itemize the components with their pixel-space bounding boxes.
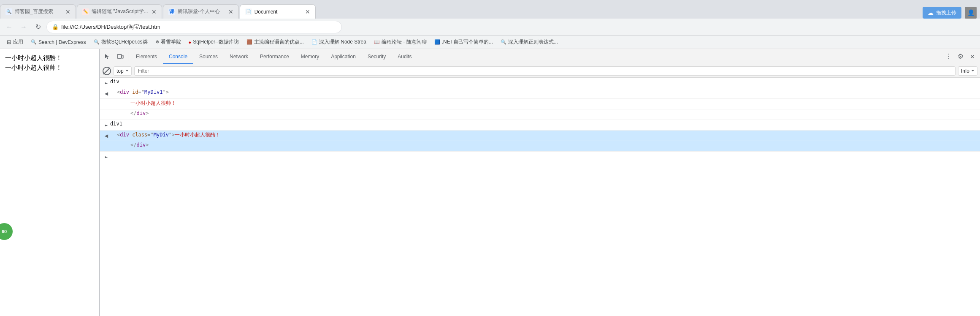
devtools-filter-bar: top Info [100,64,980,78]
console-entry-div[interactable]: ► div [100,78,980,88]
bookmark-node[interactable]: 📄 深入理解 Node Strea [308,37,370,47]
entry-text1-value: 一小时小超人很帅！ [130,100,176,107]
devtools-more-icon[interactable]: ⋮ [943,51,955,63]
upload-label: 拖拽上传 [936,9,956,16]
bookmark-sqlhelper-cs-icon: 🔍 [94,39,100,45]
green-circle-badge: 60 [0,223,13,240]
entry-div1-arrow[interactable]: ► [103,121,109,129]
bookmark-sqlhelper[interactable]: ● SqlHelper--数据库访 [185,37,242,47]
devtools-settings-icon[interactable]: ⚙ [955,51,966,63]
lock-icon: 🔒 [52,24,59,30]
bookmark-mainstream[interactable]: 🟫 主流编程语言的优点... [243,37,307,47]
bookmark-devexpress-icon: 🔍 [31,39,37,45]
reload-button[interactable]: ↻ [32,21,44,33]
entry-div-arrow[interactable]: ► [103,79,109,87]
entry-div-content: div [110,79,980,84]
tab-1[interactable]: 🔍 博客园_百度搜索 ✕ [0,4,76,19]
svg-rect-1 [122,55,123,58]
console-entry-mydiv1[interactable]: ◀ <div id="MyDiv1" > [100,88,980,99]
back-button[interactable]: ← [3,21,15,33]
context-label: top [116,68,124,74]
browser-window: 🔍 博客园_百度搜索 ✕ ✏️ 编辑随笔 "JavaScript学... ✕ 课… [0,0,980,316]
entry-text1-content: 一小时小超人很帅！ [130,100,980,107]
bookmark-forum-label: 编程论坛 - 随意闲聊 [382,38,427,46]
console-filter-input[interactable] [134,66,956,76]
console-entry-close2: ► </div> [100,141,980,152]
entry-mydiv1-content: <div id="MyDiv1" > [117,89,980,95]
tab-console[interactable]: Console [163,50,193,64]
bookmark-node-label: 深入理解 Node Strea [319,38,366,46]
main-area: 一小时小超人很酷！ 一小时小超人很帅！ 60 [0,49,980,316]
entry-chevron-arrow[interactable]: ► [103,153,109,161]
bookmark-mainstream-label: 主流编程语言的优点... [254,38,304,46]
console-entry-mydiv-selected[interactable]: ◀ <div class="MyDiv" >一小时小超人很酷！ [100,131,980,141]
log-level-label: Info [961,68,969,74]
bookmark-sqlhelper-icon: ● [189,40,192,45]
bookmark-kanxue[interactable]: ❄ 看雪学院 [152,37,184,47]
upload-button[interactable]: ☁ 拖拽上传 [923,7,961,19]
tab-2[interactable]: ✏️ 编辑随笔 "JavaScript学... ✕ [77,4,162,19]
entry-mydiv-back-arrow[interactable]: ◀ [103,131,109,140]
tab-4-favicon: 📄 [245,8,252,15]
log-level-selector[interactable]: Info [958,66,977,76]
tab-4-close[interactable]: ✕ [302,9,310,15]
svg-rect-0 [117,54,122,58]
console-entry-text1: ► 一小时小超人很帅！ [100,99,980,109]
bookmark-forum[interactable]: 📖 编程论坛 - 随意闲聊 [371,37,430,47]
bookmark-apps[interactable]: ⊞ 应用 [3,37,27,47]
bookmark-sqlhelper-cs-label: 微软SQLHelper.cs类 [101,38,148,46]
devtools-tabs: Elements Console Sources Network Perform… [130,49,418,64]
tab-3-close[interactable]: ✕ [225,9,233,15]
tab-performance[interactable]: Performance [254,50,295,64]
tab-2-label: 编辑随笔 "JavaScript学... [92,8,148,15]
entry-div-text: div [110,79,119,84]
devtools-close-icon[interactable]: ✕ [966,51,978,63]
bookmark-devexpress-label: Search | DevExpress [38,39,86,45]
tab-3-favicon: 课 [168,8,175,15]
tab-sources[interactable]: Sources [193,50,224,64]
tab-audits[interactable]: Audits [392,50,417,64]
bookmark-devexpress[interactable]: 🔍 Search | DevExpress [27,38,89,46]
clear-console-icon[interactable] [103,67,111,75]
tab-security[interactable]: Security [362,50,392,64]
tab-network[interactable]: Network [224,50,254,64]
device-toggle-icon[interactable] [114,51,126,63]
tab-3-label: 腾讯课堂-个人中心 [178,8,220,15]
profile-icon[interactable]: 👤 [965,7,977,19]
bookmark-kanxue-icon: ❄ [155,39,159,45]
bookmarks-bar: ⊞ 应用 🔍 Search | DevExpress 🔍 微软SQLHelper… [0,35,980,49]
bookmark-net[interactable]: 🟦 .NET自己写个简单的... [431,37,496,47]
tab-memory[interactable]: Memory [295,50,325,64]
apps-grid-icon: ⊞ [7,39,11,45]
forward-button[interactable]: → [18,21,30,33]
bookmark-node-icon: 📄 [311,39,317,45]
tab-1-label: 博客园_百度搜索 [15,8,53,15]
tab-4[interactable]: 📄 Document ✕ [240,4,316,19]
tab-2-close[interactable]: ✕ [148,9,157,15]
tab-1-close[interactable]: ✕ [62,9,70,15]
address-bar-row: ← → ↻ 🔒 file:///C:/Users/DH/Desktop/淘宝/t… [0,19,980,35]
page-text-1: 一小时小超人很酷！ [5,54,94,62]
tab-elements[interactable]: Elements [130,50,163,64]
element-picker-icon[interactable] [102,51,114,63]
console-entry-chevron[interactable]: ► [100,152,980,162]
address-box[interactable]: 🔒 file:///C:/Users/DH/Desktop/淘宝/test.ht… [46,21,342,33]
devtools-panel: Elements Console Sources Network Perform… [99,49,980,316]
tab-bar: 🔍 博客园_百度搜索 ✕ ✏️ 编辑随笔 "JavaScript学... ✕ 课… [0,0,980,19]
devtools-toolbar: Elements Console Sources Network Perform… [100,49,980,64]
entry-div1-text: div1 [110,121,122,127]
bookmark-net-label: .NET自己写个简单的... [442,38,493,46]
context-selector[interactable]: top [114,66,132,76]
tab-3[interactable]: 课 腾讯课堂-个人中心 ✕ [163,4,239,19]
entry-close1-content: </div> [130,110,980,116]
entry-mydiv1-back-arrow[interactable]: ◀ [103,89,109,98]
tab-2-favicon: ✏️ [82,8,89,15]
tab-4-label: Document [254,9,278,15]
bookmark-net-icon: 🟦 [434,39,440,45]
context-chevron [125,70,129,73]
tab-application[interactable]: Application [325,50,362,64]
devtools-console[interactable]: ► div ◀ <div id="MyDiv1" > [100,78,980,316]
console-entry-div1[interactable]: ► div1 [100,120,980,131]
bookmark-regex[interactable]: 🔍 深入理解正则表达式... [497,37,561,47]
bookmark-sqlhelper-cs[interactable]: 🔍 微软SQLHelper.cs类 [90,37,151,47]
